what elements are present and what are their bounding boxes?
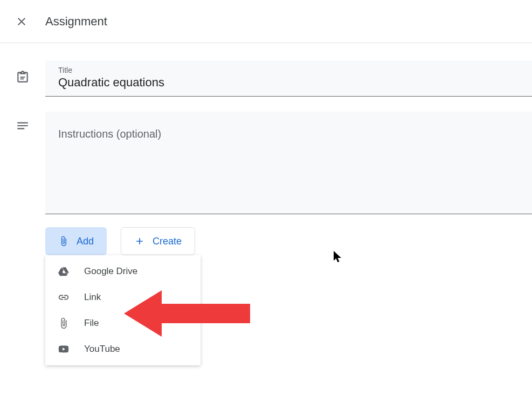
dropdown-item-label: Google Drive — [84, 266, 137, 277]
main-form: Title Add Create Google Drive — [45, 60, 532, 255]
dropdown-item-label: YouTube — [84, 344, 120, 355]
title-field[interactable]: Title — [45, 60, 532, 97]
youtube-icon — [57, 343, 70, 356]
close-button[interactable] — [9, 9, 34, 35]
create-button[interactable]: Create — [121, 227, 195, 255]
close-icon — [15, 15, 28, 28]
link-icon — [57, 291, 70, 304]
header: Assignment — [0, 0, 532, 43]
add-dropdown: Google Drive Link File — [45, 255, 201, 365]
add-menu-youtube[interactable]: YouTube — [45, 336, 201, 362]
page-title: Assignment — [45, 15, 107, 29]
attachment-icon — [58, 236, 69, 247]
mouse-cursor — [333, 251, 343, 266]
left-icon-rail — [0, 60, 45, 255]
create-button-label: Create — [153, 236, 182, 247]
file-icon — [57, 317, 70, 330]
dropdown-item-label: Link — [84, 292, 101, 303]
instructions-field[interactable] — [45, 112, 532, 214]
instructions-input[interactable] — [58, 128, 519, 207]
add-button[interactable]: Add — [45, 227, 107, 255]
assignment-icon — [16, 70, 30, 84]
add-menu-file[interactable]: File — [45, 310, 201, 336]
title-label: Title — [58, 66, 519, 74]
attachment-buttons: Add Create Google Drive Link — [45, 227, 532, 255]
drive-icon — [57, 265, 70, 278]
content: Title Add Create Google Drive — [0, 43, 532, 255]
add-menu-google-drive[interactable]: Google Drive — [45, 258, 201, 284]
title-input[interactable] — [58, 76, 519, 90]
plus-icon — [134, 236, 145, 247]
notes-icon — [16, 119, 30, 133]
add-button-label: Add — [77, 236, 94, 247]
add-menu-link[interactable]: Link — [45, 284, 201, 310]
dropdown-item-label: File — [84, 318, 99, 329]
